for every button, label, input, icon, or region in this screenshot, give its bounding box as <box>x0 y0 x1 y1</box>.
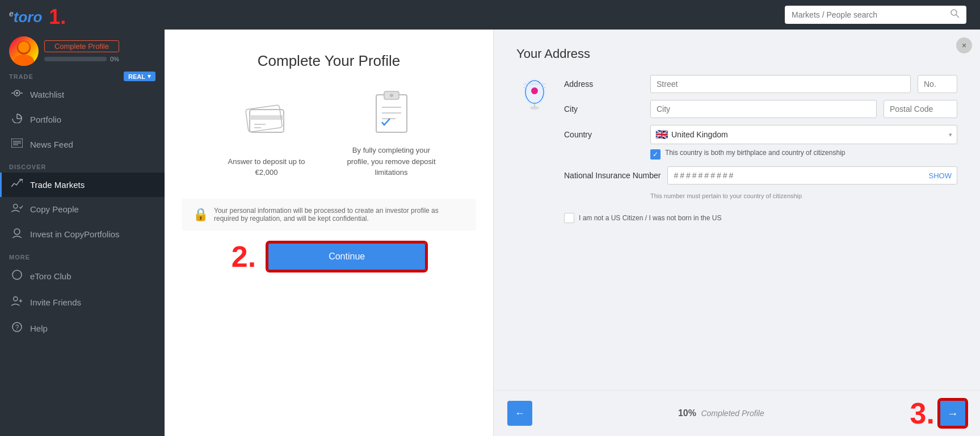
privacy-note: 🔒 Your personal information will be proc… <box>182 199 476 230</box>
city-row: City <box>564 100 957 118</box>
real-badge-text: REAL <box>128 73 145 80</box>
clipboard-icon <box>369 87 414 138</box>
sidebar: etoro 1. Complete Profile 0% <box>0 0 165 436</box>
postal-input[interactable] <box>884 100 957 118</box>
copyportfolios-icon <box>11 228 23 241</box>
nin-input[interactable] <box>667 166 957 185</box>
city-label: City <box>564 104 643 114</box>
watchlist-label: Watchlist <box>30 90 64 99</box>
modal-area: Complete Your Profile <box>165 30 980 436</box>
sidebar-item-trade-markets[interactable]: Trade Markets <box>0 173 165 197</box>
nin-input-wrapper: SHOW <box>667 166 957 185</box>
trade-markets-icon <box>11 179 23 191</box>
country-name-text: United Kingdom <box>671 130 945 139</box>
step-1-annotation: 1. <box>49 7 66 27</box>
show-nin-button[interactable]: SHOW <box>929 171 952 180</box>
search-icon <box>950 9 960 20</box>
search-input[interactable] <box>792 10 946 19</box>
sidebar-item-news-feed[interactable]: News Feed <box>0 132 165 157</box>
etoro-club-label: eToro Club <box>30 271 71 281</box>
street-no-input[interactable] <box>918 75 957 93</box>
copy-people-label: Copy People <box>30 204 79 214</box>
address-form: Address City Country <box>564 75 957 223</box>
trade-markets-label: Trade Markets <box>30 180 85 190</box>
svg-rect-23 <box>250 110 284 132</box>
city-input[interactable] <box>650 100 877 118</box>
back-button[interactable]: ← <box>507 401 532 426</box>
invite-friends-icon <box>11 296 23 309</box>
nin-label: National Insurance Number <box>564 170 661 181</box>
sidebar-item-help[interactable]: ? Help <box>0 315 165 342</box>
step-2-annotation: 2. <box>232 242 256 271</box>
address-section: Address City Country <box>516 75 957 223</box>
logo-area: etoro 1. <box>0 0 165 32</box>
topbar <box>165 0 980 30</box>
svg-point-2 <box>18 41 30 53</box>
modal-right-content: × Your Address <box>494 30 980 390</box>
deposit-icon-area: Answer to deposit up to €2,000 <box>221 98 312 178</box>
svg-line-22 <box>956 15 959 18</box>
sidebar-item-copy-people[interactable]: Copy People <box>0 197 165 221</box>
more-label: MORE <box>0 247 165 263</box>
svg-point-16 <box>14 297 18 301</box>
street-input[interactable] <box>650 75 911 93</box>
us-citizen-checkbox[interactable] <box>564 213 574 223</box>
copy-people-icon <box>11 203 23 215</box>
country-select[interactable]: 🇬🇧 United Kingdom ▾ <box>650 125 957 144</box>
checkmark-icon: ✓ <box>653 150 658 158</box>
svg-text:?: ? <box>15 324 19 332</box>
modal-left-panel: Complete Your Profile <box>165 30 494 436</box>
nin-row: National Insurance Number SHOW <box>564 166 957 185</box>
copyportfolios-label: Invest in CopyPortfolios <box>30 229 120 239</box>
us-citizen-label: I am not a US Citizen / I was not born i… <box>579 214 721 222</box>
sidebar-item-copyportfolios[interactable]: Invest in CopyPortfolios <box>0 221 165 247</box>
progress-percent: 0% <box>110 56 119 62</box>
country-flag: 🇬🇧 <box>655 128 668 141</box>
modal-right-panel: × Your Address <box>494 30 980 436</box>
trade-section-header: TRADE REAL ▾ <box>0 68 165 82</box>
discover-label: DISCOVER <box>0 157 165 173</box>
sidebar-item-portfolio[interactable]: Portfolio <box>0 107 165 132</box>
svg-point-13 <box>14 204 18 208</box>
deposit-desc: Answer to deposit up to €2,000 <box>221 156 312 178</box>
real-badge[interactable]: REAL ▾ <box>124 72 155 81</box>
next-button[interactable]: → <box>939 400 966 427</box>
sidebar-item-watchlist[interactable]: Watchlist <box>0 82 165 107</box>
watchlist-icon <box>11 89 23 100</box>
country-label: Country <box>564 130 643 139</box>
modal-footer: ← 10% Completed Profile 3. → <box>494 390 980 436</box>
search-box[interactable] <box>785 6 966 24</box>
step-3-annotation: 3. <box>910 399 935 428</box>
svg-point-15 <box>12 270 22 279</box>
news-feed-label: News Feed <box>30 140 73 149</box>
avatar <box>9 36 39 66</box>
address-row: Address <box>564 75 957 93</box>
profile-info: Complete Profile 0% <box>44 40 119 62</box>
continue-button[interactable]: Continue <box>267 242 426 271</box>
etoro-logo: etoro <box>9 9 42 26</box>
card-icon <box>244 98 289 149</box>
news-feed-icon <box>11 139 23 150</box>
icons-row: Answer to deposit up to €2,000 <box>221 87 437 178</box>
lock-icon: 🔒 <box>193 207 208 222</box>
progress-pct: 10% <box>678 408 696 418</box>
svg-point-4 <box>16 92 18 94</box>
sidebar-item-invite-friends[interactable]: Invite Friends <box>0 290 165 315</box>
svg-point-36 <box>531 87 538 94</box>
svg-point-21 <box>951 10 957 15</box>
progress-bar-bg <box>44 57 107 61</box>
next-btn-wrapper: 3. → <box>910 399 966 428</box>
birthplace-checkbox[interactable]: ✓ <box>650 149 661 160</box>
left-arrow-icon: ← <box>515 408 525 420</box>
address-label: Address <box>564 79 643 89</box>
portfolio-label: Portfolio <box>30 115 61 124</box>
etoro-club-icon <box>11 269 23 283</box>
us-citizen-row: I am not a US Citizen / I was not born i… <box>564 213 957 223</box>
progress-info: 10% Completed Profile <box>678 408 764 418</box>
help-label: Help <box>30 324 48 333</box>
svg-rect-24 <box>250 115 284 120</box>
sidebar-item-etoro-club[interactable]: eToro Club <box>0 263 165 290</box>
section-title: Your Address <box>516 47 957 61</box>
close-button[interactable]: × <box>956 37 972 53</box>
complete-profile-button[interactable]: Complete Profile <box>44 40 119 52</box>
